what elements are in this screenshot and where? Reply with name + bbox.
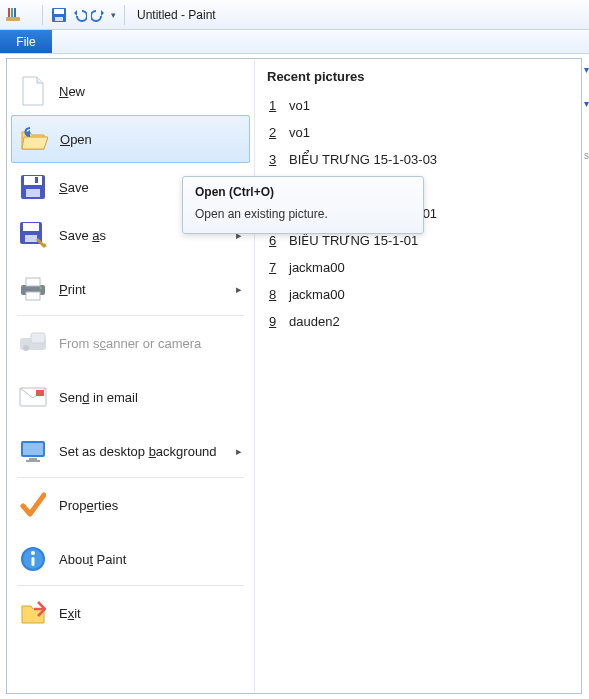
recent-item[interactable]: 3BIỂU TRƯNG 15-1-03-03 [267, 146, 569, 173]
file-tab[interactable]: File [0, 30, 52, 53]
menu-label: Save as [59, 228, 106, 243]
menu-label: Print [59, 282, 86, 297]
info-icon [19, 545, 47, 573]
quick-access-toolbar: ▾ [4, 5, 129, 25]
menu-label: Properties [59, 498, 118, 513]
save-icon[interactable] [51, 7, 67, 23]
new-file-icon [19, 77, 47, 105]
customize-qat-icon[interactable]: ▾ [111, 10, 116, 20]
svg-rect-22 [36, 390, 44, 396]
chevron-right-icon: ▸ [236, 445, 242, 458]
ribbon-tab-row: File [0, 30, 589, 54]
svg-rect-26 [26, 460, 40, 462]
menu-label: Send in email [59, 390, 138, 405]
separator [42, 5, 43, 25]
svg-rect-29 [32, 557, 35, 566]
save-as-icon [19, 221, 47, 249]
separator [124, 5, 125, 25]
svg-rect-10 [35, 177, 38, 183]
recent-item[interactable]: 2vo1 [267, 119, 569, 146]
menu-label: Exit [59, 606, 81, 621]
desktop-icon [19, 437, 47, 465]
menu-item-wallpaper[interactable]: Set as desktop background ▸ [7, 427, 254, 475]
recent-item[interactable]: 7jackma00 [267, 254, 569, 281]
menu-item-print[interactable]: Print ▸ [7, 265, 254, 313]
svg-point-20 [23, 345, 29, 351]
svg-rect-5 [54, 9, 64, 14]
svg-rect-0 [6, 17, 20, 21]
svg-rect-12 [23, 223, 39, 231]
recent-item[interactable]: 1vo1 [267, 92, 569, 119]
undo-icon[interactable] [71, 7, 87, 23]
printer-icon [19, 275, 47, 303]
menu-label: New [59, 84, 85, 99]
menu-label: Set as desktop background [59, 444, 217, 459]
menu-item-properties[interactable]: Properties [7, 481, 254, 529]
chevron-right-icon: ▸ [236, 283, 242, 296]
svg-point-17 [40, 287, 43, 290]
svg-rect-3 [14, 8, 16, 17]
svg-rect-8 [24, 176, 42, 185]
menu-item-open[interactable]: Open [11, 115, 250, 163]
svg-rect-13 [25, 235, 37, 242]
menu-item-exit[interactable]: Exit [7, 589, 254, 637]
email-icon [19, 383, 47, 411]
svg-rect-25 [29, 458, 37, 460]
ribbon-edge-fragments: ▾ ▾ s [583, 58, 589, 694]
menu-item-new[interactable]: New [7, 67, 254, 115]
menu-item-email[interactable]: Send in email [7, 373, 254, 421]
recent-pictures-panel: Recent pictures 1vo1 2vo1 3BIỂU TRƯNG 15… [255, 59, 581, 693]
menu-label: Open [60, 132, 92, 147]
tooltip-open: Open (Ctrl+O) Open an existing picture. [182, 176, 424, 234]
recent-item[interactable]: 9dauden2 [267, 308, 569, 335]
file-menu-backstage: New Open Save Save as ▸ Prin [6, 58, 582, 694]
window-title: Untitled - Paint [137, 8, 216, 22]
svg-point-30 [31, 551, 35, 555]
checkmark-icon [19, 491, 47, 519]
menu-label: About Paint [59, 552, 126, 567]
svg-rect-16 [26, 292, 40, 300]
svg-rect-9 [26, 189, 40, 197]
open-folder-icon [20, 125, 48, 153]
scanner-icon [19, 329, 47, 357]
tooltip-title: Open (Ctrl+O) [195, 185, 411, 199]
file-menu-left-column: New Open Save Save as ▸ Prin [7, 59, 255, 693]
svg-rect-15 [26, 278, 40, 286]
tooltip-body: Open an existing picture. [195, 207, 411, 221]
redo-icon[interactable] [91, 7, 107, 23]
titlebar: ▾ Untitled - Paint [0, 0, 589, 30]
recent-header: Recent pictures [267, 69, 569, 84]
menu-label: Save [59, 180, 89, 195]
svg-rect-19 [31, 333, 45, 343]
app-icon [4, 6, 22, 24]
save-icon [19, 173, 47, 201]
svg-rect-2 [11, 8, 13, 17]
exit-icon [19, 599, 47, 627]
recent-item[interactable]: 8jackma00 [267, 281, 569, 308]
menu-label: From scanner or camera [59, 336, 201, 351]
svg-rect-24 [23, 443, 43, 455]
menu-item-scanner: From scanner or camera [7, 319, 254, 367]
svg-rect-1 [8, 8, 10, 17]
menu-item-about[interactable]: About Paint [7, 535, 254, 583]
svg-rect-6 [55, 17, 63, 21]
